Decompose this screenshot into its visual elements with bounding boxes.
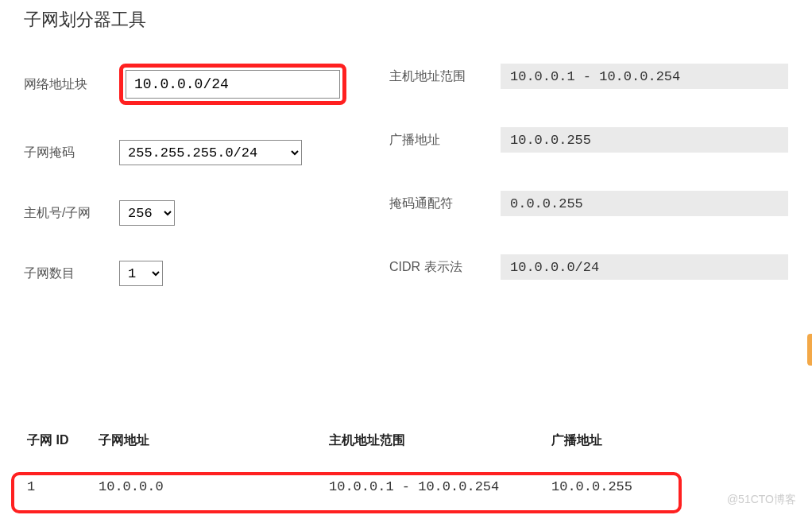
cidr-row: CIDR 表示法 10.0.0.0/24 (389, 254, 788, 280)
network-block-row: 网络地址块 (24, 64, 358, 105)
subnet-mask-select[interactable]: 255.255.255.0/24 (119, 140, 302, 165)
header-subnet-id: 子网 ID (24, 424, 95, 468)
broadcast-row: 广播地址 10.0.0.255 (389, 127, 788, 153)
left-column: 网络地址块 子网掩码 255.255.255.0/24 主机号/子网 256 子… (24, 64, 358, 321)
network-block-input[interactable] (126, 70, 340, 99)
cell-broadcast: 10.0.0.255 (548, 468, 675, 505)
cidr-label: CIDR 表示法 (389, 259, 501, 276)
form-container: 网络地址块 子网掩码 255.255.255.0/24 主机号/子网 256 子… (24, 64, 788, 321)
results-table: 子网 ID 子网地址 主机地址范围 广播地址 1 10.0.0.0 10.0.0… (24, 424, 675, 505)
results-table-area: 子网 ID 子网地址 主机地址范围 广播地址 1 10.0.0.0 10.0.0… (24, 424, 788, 505)
page-title: 子网划分器工具 (24, 8, 788, 32)
table-row: 1 10.0.0.0 10.0.0.1 - 10.0.0.254 10.0.0.… (24, 468, 675, 505)
header-subnet-address: 子网地址 (95, 424, 326, 468)
watermark: @51CTO博客 (727, 493, 796, 507)
host-range-value: 10.0.0.1 - 10.0.0.254 (501, 64, 788, 89)
subnet-count-row: 子网数目 1 (24, 261, 358, 286)
hosts-per-subnet-select[interactable]: 256 (119, 200, 175, 226)
broadcast-value: 10.0.0.255 (501, 127, 788, 153)
wildcard-row: 掩码通配符 0.0.0.255 (389, 191, 788, 216)
table-header-row: 子网 ID 子网地址 主机地址范围 广播地址 (24, 424, 675, 468)
subnet-count-label: 子网数目 (24, 265, 119, 282)
cell-subnet-id: 1 (24, 468, 95, 505)
cell-host-range: 10.0.0.1 - 10.0.0.254 (326, 468, 548, 505)
header-broadcast: 广播地址 (548, 424, 675, 468)
subnet-mask-label: 子网掩码 (24, 145, 119, 161)
network-block-label: 网络地址块 (24, 76, 119, 93)
hosts-per-subnet-row: 主机号/子网 256 (24, 200, 358, 226)
cell-subnet-address: 10.0.0.0 (95, 468, 326, 505)
host-range-row: 主机地址范围 10.0.0.1 - 10.0.0.254 (389, 64, 788, 89)
host-range-label: 主机地址范围 (389, 68, 501, 85)
broadcast-label: 广播地址 (389, 132, 501, 149)
highlight-box-input (119, 64, 346, 105)
right-column: 主机地址范围 10.0.0.1 - 10.0.0.254 广播地址 10.0.0… (389, 64, 788, 321)
wildcard-label: 掩码通配符 (389, 196, 501, 212)
wildcard-value: 0.0.0.255 (501, 191, 788, 216)
subnet-mask-row: 子网掩码 255.255.255.0/24 (24, 140, 358, 165)
right-accent-bar (807, 334, 812, 366)
header-host-range: 主机地址范围 (326, 424, 548, 468)
hosts-per-subnet-label: 主机号/子网 (24, 205, 119, 222)
cidr-value: 10.0.0.0/24 (501, 254, 788, 280)
subnet-count-select[interactable]: 1 (119, 261, 163, 286)
